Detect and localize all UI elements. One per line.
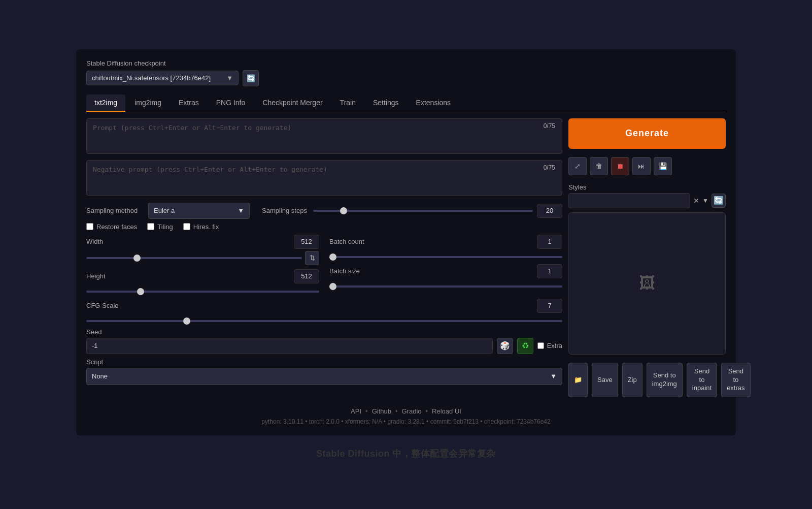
seed-label: Seed bbox=[86, 328, 562, 336]
save-style-btn[interactable]: 💾 bbox=[654, 157, 672, 175]
script-dropdown[interactable]: None ▼ bbox=[86, 368, 562, 385]
height-label: Height bbox=[86, 272, 106, 280]
size-column: Width 512 ⇅ Height 512 bbox=[86, 235, 319, 295]
tool-buttons-row: ⤢ 🗑 ⏹ ⏭ 💾 bbox=[568, 157, 726, 175]
styles-arrow-btn[interactable]: ▼ bbox=[702, 197, 708, 204]
tab-txt2img[interactable]: txt2img bbox=[86, 94, 125, 112]
script-row: Script None ▼ bbox=[86, 358, 562, 385]
negative-prompt-counter: 0/75 bbox=[540, 163, 558, 172]
tiling-input[interactable] bbox=[147, 223, 154, 230]
hires-fix-input[interactable] bbox=[183, 223, 190, 230]
folder-btn[interactable]: 📁 bbox=[568, 363, 588, 398]
tabs-bar: txt2img img2img Extras PNG Info Checkpoi… bbox=[86, 94, 726, 112]
restore-faces-checkbox[interactable]: Restore faces bbox=[86, 223, 137, 231]
styles-refresh-btn[interactable]: 🔄 bbox=[712, 194, 726, 208]
checkpoint-arrow-icon: ▼ bbox=[226, 74, 233, 82]
prompt-input[interactable] bbox=[86, 118, 562, 154]
seed-extra-label-text: Extra bbox=[547, 342, 562, 349]
expand-btn[interactable]: ⤢ bbox=[568, 157, 587, 175]
batch-count-slider[interactable] bbox=[329, 256, 562, 258]
tab-settings[interactable]: Settings bbox=[365, 94, 407, 112]
checkboxes-row: Restore faces Tiling Hires. fix bbox=[86, 223, 562, 231]
footer-links: API • Github • Gradio • Reload UI bbox=[86, 407, 726, 415]
gradio-link[interactable]: Gradio bbox=[402, 407, 422, 415]
seed-extra-input[interactable] bbox=[537, 342, 544, 349]
height-row: Height 512 bbox=[86, 269, 319, 295]
sampling-steps-slider[interactable] bbox=[313, 210, 533, 212]
checkpoint-value: chilloutmix_Ni.safetensors [7234b76e42] bbox=[92, 74, 211, 82]
tab-extensions[interactable]: Extensions bbox=[408, 94, 459, 112]
height-value[interactable]: 512 bbox=[294, 269, 319, 283]
footer-info: python: 3.10.11 • torch: 2.0.0 • xformer… bbox=[86, 418, 726, 425]
restore-faces-input[interactable] bbox=[86, 223, 93, 230]
checkpoint-section: Stable Diffusion checkpoint chilloutmix_… bbox=[86, 59, 726, 86]
batch-size-value[interactable]: 1 bbox=[537, 264, 562, 278]
batch-count-row: Batch count 1 bbox=[329, 235, 562, 260]
stop-btn[interactable]: ⏹ bbox=[611, 157, 629, 175]
hires-fix-checkbox[interactable]: Hires. fix bbox=[183, 223, 219, 231]
styles-input[interactable] bbox=[568, 193, 690, 208]
left-panel: 0/75 0/75 Sampling method Euler a ▼ Samp… bbox=[86, 118, 562, 398]
save-btn[interactable]: Save bbox=[592, 363, 618, 398]
prompt-counter: 0/75 bbox=[540, 121, 558, 131]
image-preview: 🖼 bbox=[568, 212, 726, 355]
seed-recycle-btn[interactable]: ♻ bbox=[517, 338, 533, 354]
width-label: Width bbox=[86, 238, 103, 245]
github-link[interactable]: Github bbox=[372, 407, 391, 415]
seed-extra-checkbox[interactable]: Extra bbox=[537, 342, 562, 349]
batch-size-row: Batch size 1 bbox=[329, 264, 562, 290]
cfg-scale-value[interactable]: 7 bbox=[537, 299, 562, 313]
width-slider[interactable] bbox=[86, 257, 302, 259]
styles-clear-btn[interactable]: ✕ bbox=[693, 197, 699, 205]
batch-count-value[interactable]: 1 bbox=[537, 235, 562, 249]
checkpoint-label: Stable Diffusion checkpoint bbox=[86, 59, 726, 67]
hires-fix-label: Hires. fix bbox=[193, 223, 219, 231]
swap-dimensions-btn[interactable]: ⇅ bbox=[305, 251, 319, 265]
seed-section: Seed 🎲 ♻ Extra bbox=[86, 328, 562, 354]
tab-checkpoint-merger[interactable]: Checkpoint Merger bbox=[254, 94, 330, 112]
checkpoint-dropdown[interactable]: chilloutmix_Ni.safetensors [7234b76e42] … bbox=[86, 71, 239, 85]
tiling-checkbox[interactable]: Tiling bbox=[147, 223, 173, 231]
seed-input[interactable] bbox=[86, 338, 493, 354]
zip-btn[interactable]: Zip bbox=[622, 363, 642, 398]
size-batch-row: Width 512 ⇅ Height 512 bbox=[86, 235, 562, 295]
skip-btn[interactable]: ⏭ bbox=[632, 157, 651, 175]
reload-link[interactable]: Reload UI bbox=[432, 407, 461, 415]
seed-dice-btn[interactable]: 🎲 bbox=[497, 338, 513, 354]
right-panel: Generate ⤢ 🗑 ⏹ ⏭ 💾 Styles ✕ ▼ 🔄 bbox=[568, 118, 726, 398]
checkpoint-refresh-btn[interactable]: 🔄 bbox=[243, 70, 259, 86]
action-buttons-row: 📁 Save Zip Send to img2img Send to inpai… bbox=[568, 363, 726, 398]
send-to-inpaint-btn[interactable]: Send to inpaint bbox=[687, 363, 717, 398]
width-value[interactable]: 512 bbox=[294, 235, 319, 249]
sampling-row: Sampling method Euler a ▼ Sampling steps… bbox=[86, 203, 562, 219]
main-layout: 0/75 0/75 Sampling method Euler a ▼ Samp… bbox=[86, 118, 726, 398]
prompt-wrapper: 0/75 bbox=[86, 118, 562, 156]
tiling-label: Tiling bbox=[157, 223, 173, 231]
restore-faces-label: Restore faces bbox=[96, 223, 137, 231]
send-to-img2img-btn[interactable]: Send to img2img bbox=[647, 363, 683, 398]
negative-prompt-wrapper: 0/75 bbox=[86, 160, 562, 198]
width-row: Width 512 ⇅ bbox=[86, 235, 319, 265]
generate-button[interactable]: Generate bbox=[568, 118, 726, 149]
cfg-scale-row: CFG Scale 7 bbox=[86, 299, 562, 324]
sampling-steps-value[interactable]: 20 bbox=[537, 204, 562, 218]
script-value: None bbox=[92, 372, 108, 380]
cfg-scale-slider[interactable] bbox=[86, 320, 562, 322]
tab-png-info[interactable]: PNG Info bbox=[208, 94, 254, 112]
trash-btn[interactable]: 🗑 bbox=[590, 157, 608, 175]
api-link[interactable]: API bbox=[351, 407, 361, 415]
height-slider[interactable] bbox=[86, 291, 319, 293]
script-arrow-icon: ▼ bbox=[550, 372, 557, 380]
send-to-extras-btn[interactable]: Send to extras bbox=[721, 363, 750, 398]
batch-size-slider[interactable] bbox=[329, 285, 562, 288]
styles-label: Styles bbox=[568, 183, 726, 191]
image-placeholder-icon: 🖼 bbox=[639, 274, 655, 293]
negative-prompt-input[interactable] bbox=[86, 160, 562, 196]
tab-img2img[interactable]: img2img bbox=[126, 94, 170, 112]
sampling-method-dropdown[interactable]: Euler a ▼ bbox=[148, 203, 250, 219]
sampling-method-arrow-icon: ▼ bbox=[238, 207, 244, 214]
batch-column: Batch count 1 Batch size 1 bbox=[329, 235, 562, 290]
footer: API • Github • Gradio • Reload UI python… bbox=[86, 407, 726, 425]
tab-train[interactable]: Train bbox=[332, 94, 364, 112]
tab-extras[interactable]: Extras bbox=[171, 94, 207, 112]
